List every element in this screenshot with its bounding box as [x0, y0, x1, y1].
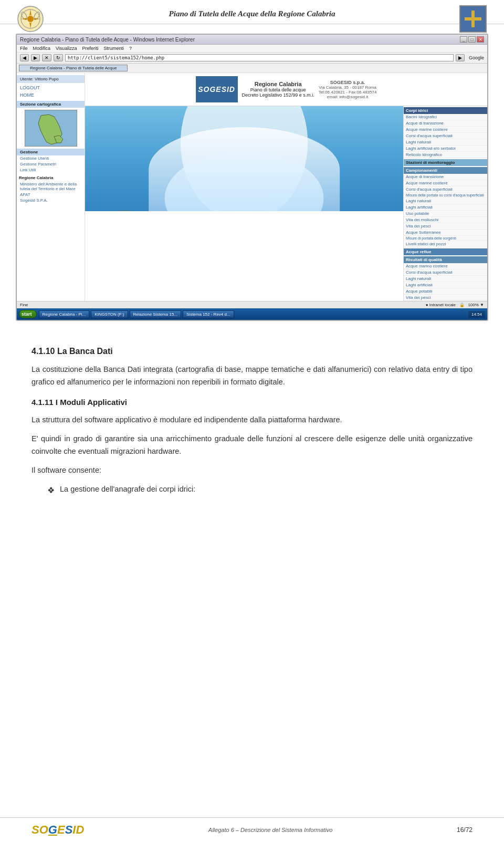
waterfall-image [85, 106, 403, 211]
sogesid-link[interactable]: Sogesid S.P.A. [17, 197, 85, 203]
link-utili-link[interactable]: Link Utili [17, 167, 85, 173]
footer-center-text: Allegato 6 – Descrizione del Sistema Inf… [208, 827, 333, 833]
rp-acque-marine[interactable]: Acque marine costiere [404, 127, 487, 133]
stop-button[interactable]: ✕ [42, 54, 51, 61]
browser-statusbar: Fine ● Intranet locale 🔒 100% ▼ [17, 301, 487, 308]
rp-camp-laghi-art[interactable]: Laghi artificiali [404, 204, 487, 211]
rp-ris-marino[interactable]: Acque marino costiere [404, 263, 487, 269]
rp-acque-trans[interactable]: Acque di transizione [404, 120, 487, 127]
browser-content: Utente: Vittorio Pupo LOGOUT HOME Sezion… [17, 73, 487, 301]
google-label: Google [469, 55, 484, 60]
maximize-button[interactable]: □ [468, 36, 476, 43]
region-links-header: Regione Calabria [17, 174, 85, 181]
sezione-cartografica-title: Sezione cartografica [17, 101, 85, 108]
rp-camp-acque-trans[interactable]: Acque di transizione [404, 174, 487, 180]
menu-file[interactable]: File [20, 46, 28, 51]
section-4110-text: La costituzione della Banca Dati integra… [32, 363, 472, 389]
section-4111-text1: La struttura del software applicativo è … [32, 414, 472, 427]
home-menu-item[interactable]: HOME [17, 91, 85, 99]
rp-camp-misura[interactable]: Misura della portata su corsi d'acqua su… [404, 193, 487, 198]
svg-point-15 [165, 151, 324, 211]
browser-toolbar: ◀ ▶ ✕ ↻ http://client5/sistema152/home.p… [17, 53, 487, 64]
rp-camp-corsi[interactable]: Corsi d'acqua superficiali [404, 186, 487, 193]
favorites-bar-item[interactable]: Regione Calabria - Piano di Tutela delle… [19, 65, 128, 71]
ministero-link[interactable]: Ministero dell'Ambiente e della tutela d… [17, 181, 85, 192]
menu-strumenti[interactable]: Strumenti [103, 46, 124, 51]
webapp-content-area [85, 106, 403, 301]
start-button[interactable]: start [19, 310, 37, 318]
footer-logo: SOGESID [32, 823, 84, 837]
apat-link[interactable]: APAT [17, 192, 85, 197]
rp-bacini[interactable]: Bacini Idrografici [404, 114, 487, 120]
section-4111-heading: 4.1.11 I Moduli Applicativi [32, 396, 472, 409]
rp-vita-pesci[interactable]: Vita dei pesci [404, 223, 487, 230]
risultati-section: Risultati di qualità [404, 256, 487, 263]
rp-ris-laghi-nat[interactable]: Laghi naturali [404, 276, 487, 282]
webapp-header: SOGESID Regione Calabria Piano di tutela… [85, 73, 487, 106]
rp-laghi-nat[interactable]: Laghi naturali [404, 139, 487, 145]
footer-page-number: 16/72 [457, 826, 472, 834]
minimize-button[interactable]: _ [460, 36, 467, 43]
rp-vita-molluschi[interactable]: Vita dei molluschi [404, 217, 487, 223]
rp-ris-vita-pesci[interactable]: Vita dei pesci [404, 295, 487, 301]
rp-camp-laghi-nat[interactable]: Laghi naturali [404, 198, 487, 204]
close-button[interactable]: ✕ [477, 36, 484, 43]
rp-corsi[interactable]: Corsi d'acqua superficiali [404, 133, 487, 139]
taskbar-btn-1[interactable]: Regione Calabria - Pi... [39, 310, 90, 318]
rp-uso-potabile[interactable]: Uso potabile [404, 211, 487, 217]
rp-livelli[interactable]: Livelli statici dei pozzi [404, 241, 487, 247]
user-info: Utente: Vittorio Pupo [17, 75, 85, 83]
rp-acque-sott[interactable]: Acque Sotterranee [404, 230, 487, 236]
taskbar-btn-3[interactable]: Relazione Sistema 15... [130, 310, 182, 318]
menu-help[interactable]: ? [129, 46, 132, 51]
logout-menu-item[interactable]: LOGOUT [17, 84, 85, 91]
rp-misure-portata[interactable]: Misure di portata delle sorgenti [404, 236, 487, 241]
rp-ris-laghi-art[interactable]: Laghi artificiali [404, 282, 487, 288]
campionamenti-section: Campionamenti [404, 167, 487, 174]
menu-modifica[interactable]: Modifica [33, 46, 51, 51]
browser-nav-row: Regione Calabria - Piano di Tutela delle… [17, 64, 487, 73]
browser-titlebar: Regione Calabria - Piano di Tutela delle… [17, 35, 487, 45]
sogesid-contact: SOGESID s.p.a. Via Calabria, 35 - 00187 … [319, 80, 377, 99]
address-bar[interactable]: http://client5/sistema152/home.php [65, 54, 454, 61]
page-header: Piano di Tutela delle Acque della Region… [0, 0, 504, 24]
webapp-body: Corpi idrici Bacini Idrografici Acque di… [85, 106, 487, 301]
gestione-utenti-link[interactable]: Gestione Utenti [17, 155, 85, 161]
webapp-right-panel: Corpi idrici Bacini Idrografici Acque di… [403, 106, 487, 301]
browser-menubar: File Modifica Visualizza Preferiti Strum… [17, 45, 487, 53]
webapp-sidebar: Utente: Vittorio Pupo LOGOUT HOME Sezion… [17, 73, 85, 301]
browser-screenshot: Regione Calabria - Piano di Tutela delle… [16, 34, 488, 321]
rp-reticolo[interactable]: Reticolo Idrografico [404, 152, 487, 158]
stazioni-section: Stazioni di monitoraggio [404, 159, 487, 166]
menu-visualizza[interactable]: Visualizza [56, 46, 77, 51]
browser-controls[interactable]: _ □ ✕ [460, 36, 484, 43]
back-button[interactable]: ◀ [20, 54, 29, 61]
map-image [25, 110, 77, 147]
page-footer: SOGESID Allegato 6 – Descrizione del Sis… [0, 817, 504, 842]
rp-ris-corsi[interactable]: Corsi d'acqua superficiali [404, 269, 487, 276]
bullet-item-1: ❖ La gestione dell'anagrafe dei corpi id… [47, 483, 472, 497]
bullet-diamond-icon: ❖ [47, 484, 55, 497]
rp-camp-marine[interactable]: Acque marine costiere [404, 180, 487, 186]
taskbar-btn-4[interactable]: Sistema 152 - Rev4 d... [183, 310, 234, 318]
corpi-idrici-section: Corpi idrici [404, 107, 487, 114]
menu-preferiti[interactable]: Preferiti [82, 46, 98, 51]
left-logo [16, 5, 45, 34]
refresh-button[interactable]: ↻ [54, 54, 63, 61]
software-consente-label: Il software consente: [32, 464, 472, 477]
right-logo [459, 5, 488, 34]
rp-ris-acque-pot[interactable]: Acque potabili [404, 288, 487, 295]
status-left: Fine [20, 303, 28, 307]
forward-button[interactable]: ▶ [31, 54, 40, 61]
status-right: ● Intranet locale 🔒 100% ▼ [426, 303, 484, 307]
svg-rect-11 [471, 11, 475, 27]
bullet-text-1: La gestione dell'anagrafe dei corpi idri… [60, 483, 195, 495]
gestione-parametri-link[interactable]: Gestione Parametri [17, 161, 85, 167]
windows-taskbar: start Regione Calabria - Pi... KINGSTON … [17, 308, 487, 320]
gestione-title: Gestione [17, 149, 85, 155]
go-button[interactable]: ▶ [456, 54, 465, 61]
taskbar-btn-2[interactable]: KINGSTON (F:) [91, 310, 128, 318]
svg-point-6 [27, 16, 34, 22]
rp-laghi-art[interactable]: Laghi artificiali e/o serbatoi [404, 145, 487, 152]
svg-point-14 [181, 106, 308, 211]
